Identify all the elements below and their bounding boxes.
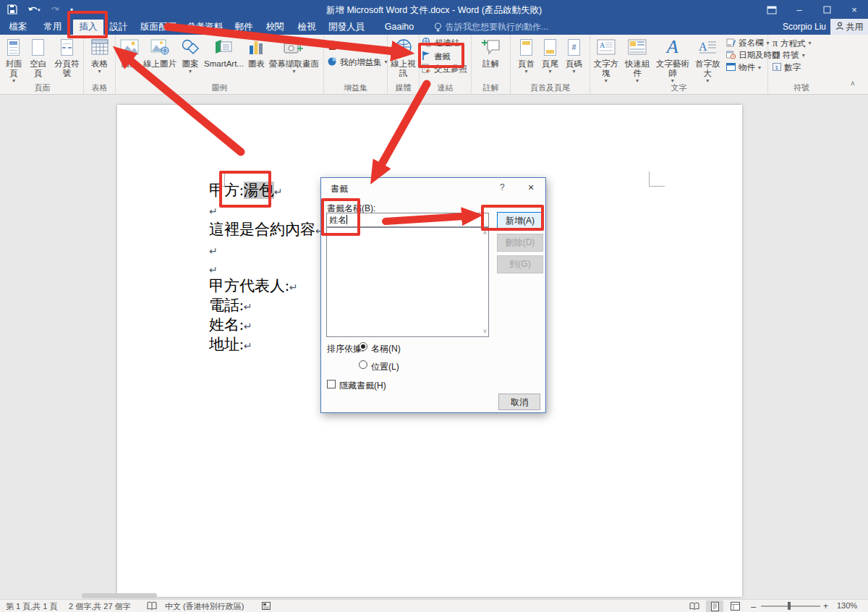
print-layout-icon[interactable] bbox=[706, 600, 723, 612]
blank-page-button[interactable]: 空白頁 bbox=[26, 36, 51, 84]
chart-icon bbox=[248, 36, 265, 58]
footer-icon bbox=[542, 36, 558, 58]
text-box-icon: A bbox=[590, 36, 621, 58]
sort-name-radio[interactable] bbox=[359, 342, 367, 351]
pi-icon: π bbox=[773, 38, 778, 49]
zoom-level[interactable]: 130% bbox=[837, 601, 857, 610]
tab-view[interactable]: 檢視 bbox=[296, 20, 318, 35]
my-addins-button[interactable]: 我的增益集 ▾ bbox=[327, 56, 388, 68]
tell-me-box[interactable]: 告訴我您想要執行的動作... bbox=[446, 20, 548, 35]
text-box-button[interactable]: A 文字方塊▾ bbox=[590, 36, 621, 84]
page-number-button[interactable]: # 頁碼▾ bbox=[566, 36, 582, 75]
person-icon bbox=[835, 22, 844, 33]
tab-mailings[interactable]: 郵件 bbox=[233, 20, 255, 35]
macro-record-icon[interactable] bbox=[262, 602, 271, 611]
proofing-icon[interactable] bbox=[147, 601, 157, 612]
quick-parts-button[interactable]: 快速組件▾ bbox=[621, 36, 652, 84]
group-text: A 文字方塊▾ 快速組件▾ A 文字藝術師▾ A 首字放大▾ bbox=[590, 35, 768, 95]
zoom-slider-track[interactable] bbox=[761, 605, 820, 607]
doc-line-9[interactable]: 地址:↵ bbox=[209, 334, 252, 354]
equation-button[interactable]: π 方程式▾ bbox=[773, 38, 812, 49]
table-icon bbox=[91, 36, 109, 58]
object-button[interactable]: 物件▾ bbox=[726, 62, 761, 73]
collapse-ribbon-icon[interactable]: ˄ bbox=[851, 80, 855, 88]
doc-line-2[interactable]: ↵ bbox=[209, 201, 218, 219]
shapes-icon bbox=[181, 36, 200, 58]
online-pictures-button[interactable]: 線上圖片 bbox=[143, 36, 176, 75]
page-break-button[interactable]: 分頁符號 bbox=[51, 36, 83, 84]
dialog-help-button[interactable]: ? bbox=[500, 182, 505, 192]
tab-gaaiho-pdf[interactable]: Gaaiho PDF bbox=[376, 20, 422, 35]
zoom-slider-thumb[interactable] bbox=[788, 602, 791, 610]
pictures-button[interactable]: 圖片 bbox=[120, 36, 139, 75]
doc-line-8[interactable]: 姓名:↵ bbox=[209, 315, 252, 335]
signature-line-button[interactable]: 簽名欄▾ bbox=[726, 38, 770, 48]
header-button[interactable]: 頁首▾ bbox=[518, 36, 535, 75]
sort-name-label[interactable]: 名稱(N) bbox=[371, 343, 401, 355]
group-symbols: π 方程式▾ Ω 符號▾ 1 數字 符號 bbox=[768, 35, 835, 95]
drop-cap-button[interactable]: A 首字放大▾ bbox=[692, 36, 723, 84]
tab-references[interactable]: 參考資料 bbox=[184, 20, 226, 35]
header-icon bbox=[518, 36, 535, 58]
drop-cap-icon: A bbox=[692, 36, 723, 58]
smartart-button[interactable]: SmartArt... bbox=[204, 36, 244, 75]
footer-button[interactable]: 頁尾▾ bbox=[542, 36, 558, 75]
annotation-box-selected-text bbox=[219, 171, 271, 208]
page-indicator[interactable]: 第 1 頁,共 1 頁 bbox=[6, 601, 58, 612]
horizontal-scrollbar-thumb[interactable] bbox=[82, 593, 157, 598]
cancel-button[interactable]: 取消 bbox=[498, 394, 540, 410]
zoom-out-icon[interactable]: – bbox=[751, 601, 756, 612]
quick-parts-icon bbox=[621, 36, 652, 58]
online-video-button[interactable]: 線上視訊 bbox=[388, 36, 419, 78]
chart-button[interactable]: 圖表 bbox=[248, 36, 265, 75]
cover-page-button[interactable]: 封面頁▾ bbox=[1, 36, 26, 84]
scroll-down-icon[interactable]: ˅ bbox=[483, 328, 487, 335]
tab-design[interactable]: 設計 bbox=[105, 20, 132, 35]
store-icon bbox=[327, 41, 338, 52]
ribbon-display-options-icon[interactable] bbox=[758, 0, 786, 20]
tab-home[interactable]: 常用 bbox=[39, 20, 67, 35]
read-mode-icon[interactable] bbox=[686, 600, 703, 612]
doc-line-7[interactable]: 電話:↵ bbox=[209, 295, 252, 315]
close-button[interactable]: × bbox=[841, 0, 868, 20]
minimize-button[interactable]: – bbox=[786, 0, 813, 20]
group-addins: 我的增益集 ▾ 增益集 bbox=[324, 35, 388, 95]
hidden-bookmarks-label[interactable]: 隱藏書籤(H) bbox=[339, 380, 386, 392]
doc-line-6[interactable]: 甲方代表人:↵ bbox=[209, 276, 298, 296]
dialog-close-button[interactable]: × bbox=[528, 182, 534, 193]
sort-location-radio[interactable] bbox=[359, 360, 367, 369]
tab-file[interactable]: 檔案 bbox=[6, 20, 30, 35]
zoom-in-icon[interactable]: + bbox=[823, 601, 828, 611]
cover-page-icon bbox=[1, 36, 26, 58]
tab-review[interactable]: 校閱 bbox=[264, 20, 286, 35]
hidden-bookmarks-checkbox[interactable] bbox=[327, 380, 336, 388]
group-header-footer: 頁首▾ 頁尾▾ # 頁碼▾ 頁首及頁尾 bbox=[511, 35, 590, 95]
wordart-icon: A bbox=[653, 36, 692, 58]
bookmark-list[interactable]: ˄ ˅ bbox=[326, 227, 489, 337]
svg-text:1: 1 bbox=[775, 64, 779, 71]
online-pictures-icon bbox=[143, 36, 176, 58]
tab-layout[interactable]: 版面配置 bbox=[137, 20, 179, 35]
screenshot-icon bbox=[269, 36, 319, 58]
tab-developer[interactable]: 開發人員 bbox=[327, 20, 366, 35]
wordart-button[interactable]: A 文字藝術師▾ bbox=[653, 36, 692, 84]
symbol-button[interactable]: Ω 符號▾ bbox=[773, 50, 805, 61]
status-bar: 第 1 頁,共 1 頁 2 個字,共 27 個字 中文 (香港特別行政區) – … bbox=[0, 599, 868, 612]
number-button[interactable]: 1 數字 bbox=[773, 62, 801, 73]
doc-line-4[interactable]: ↵ bbox=[209, 241, 218, 259]
word-count[interactable]: 2 個字,共 27 個字 bbox=[69, 601, 131, 612]
language-indicator[interactable]: 中文 (香港特別行政區) bbox=[165, 601, 244, 612]
table-button[interactable]: 表格▾ bbox=[91, 36, 109, 75]
screenshot-button[interactable]: 螢幕擷取畫面▾ bbox=[269, 36, 319, 75]
sort-location-label[interactable]: 位置(L) bbox=[371, 361, 399, 373]
store-button[interactable] bbox=[327, 41, 338, 52]
web-layout-icon[interactable] bbox=[726, 600, 744, 612]
annotation-box-add-button bbox=[481, 205, 544, 231]
doc-line-3[interactable]: 這裡是合約內容↵ bbox=[209, 219, 324, 239]
group-comments: 註解 註解 bbox=[472, 35, 511, 95]
shapes-button[interactable]: 圖案▾ bbox=[181, 36, 200, 75]
user-name[interactable]: Scorpio Liu bbox=[783, 20, 826, 35]
share-button[interactable]: 共用 bbox=[830, 19, 868, 35]
comment-button[interactable]: 註解 bbox=[482, 36, 501, 69]
maximize-button[interactable] bbox=[813, 0, 841, 20]
